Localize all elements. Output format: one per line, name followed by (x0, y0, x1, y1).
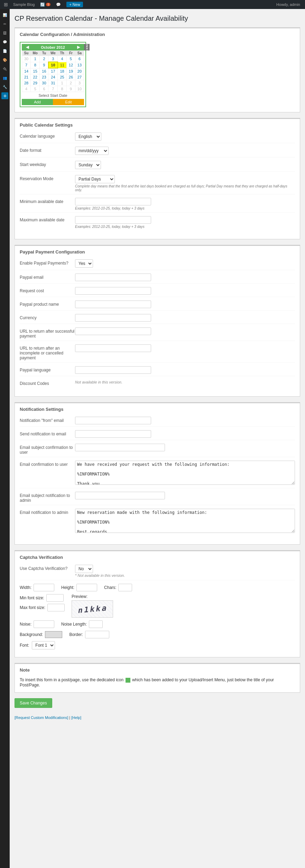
calendar-day[interactable]: 1 (58, 80, 67, 86)
sidebar-appearance-icon[interactable]: 🎨 (1, 56, 8, 63)
captcha-background-swatch[interactable] (45, 631, 62, 638)
return-url-control: http://codepeople:8080/ (75, 327, 295, 335)
calendar-day[interactable]: 26 (66, 74, 75, 80)
calendar-day[interactable]: 20 (75, 68, 84, 74)
captcha-noise-input[interactable]: 200 (34, 620, 54, 628)
calendar-day[interactable]: 10 (48, 62, 58, 68)
calendar-day[interactable]: 13 (75, 62, 84, 68)
min-date-input[interactable]: today (75, 198, 151, 205)
comments-link[interactable]: 💬 (54, 0, 63, 9)
captcha-min-font-input[interactable]: 25 (46, 594, 64, 602)
cancel-url-input[interactable]: http://codepeople:8080/ (75, 344, 151, 352)
calendar-day[interactable]: 3 (75, 80, 84, 86)
currency-input[interactable]: USD (75, 314, 151, 322)
calendar-day[interactable]: 7 (22, 62, 31, 68)
calendar-prev-btn[interactable]: ◀ (24, 45, 31, 49)
captcha-use-select[interactable]: No Yes (75, 565, 93, 573)
save-changes-button[interactable]: Save Changes (15, 698, 52, 708)
captcha-chars-input[interactable]: 5 (118, 584, 132, 591)
calendar-day[interactable]: 6 (75, 56, 84, 62)
confirm-body-textarea[interactable]: We have received your request with the f… (75, 461, 295, 485)
sidebar-plugins-icon[interactable]: 🔌 (1, 65, 8, 72)
paypal-email-input[interactable]: put_your@email_here.com (75, 274, 151, 281)
reservation-mode-select[interactable]: Partial Days Complete Days (75, 175, 115, 183)
sidebar-media-icon[interactable]: 🖼 (1, 29, 8, 36)
from-email-input[interactable]: put_your@email_here.com (75, 417, 151, 424)
calendar-day[interactable]: 8 (31, 62, 40, 68)
calendar-day[interactable]: 21 (22, 74, 31, 80)
sidebar-comments-icon[interactable]: 💬 (1, 38, 8, 45)
captcha-width-input[interactable]: 180 (34, 584, 54, 591)
admin-subject-input[interactable]: New reservation requested... (75, 492, 165, 499)
calendar-day[interactable]: 5 (66, 56, 75, 62)
sidebar-settings-icon[interactable]: ⚙ (1, 92, 8, 99)
calendar-day[interactable]: 9 (66, 86, 75, 92)
language-select[interactable]: English Spanish French (75, 132, 101, 141)
captcha-height-input[interactable]: 60 (76, 584, 97, 591)
calendar-day[interactable]: 1 (31, 56, 40, 62)
calendar-day[interactable]: 12 (66, 62, 75, 68)
calendar-day[interactable]: 15 (31, 68, 40, 74)
howdy-text: Howdy, admin (274, 2, 303, 7)
return-url-input[interactable]: http://codepeople:8080/ (75, 327, 151, 335)
calendar-day[interactable]: 25 (58, 74, 67, 80)
captcha-noise-length-input[interactable]: 4 (89, 620, 103, 628)
calendar-day[interactable]: 4 (58, 56, 67, 62)
sidebar-tools-icon[interactable]: 🔧 (1, 83, 8, 90)
to-email-input[interactable]: put_your@email_here.com (75, 430, 151, 438)
calendar-day[interactable]: 2 (66, 80, 75, 86)
sidebar-pages-icon[interactable]: 📄 (1, 47, 8, 54)
max-date-input[interactable] (75, 216, 151, 224)
captcha-font-select[interactable]: Font 1 Font 2 Font 3 (32, 641, 55, 649)
request-modifications-link[interactable]: [Request Custom Modifications] (15, 715, 68, 720)
calendar-edit-btn[interactable]: Edit (53, 99, 84, 105)
calendar-day[interactable]: 16 (40, 68, 48, 74)
updates-link[interactable]: 🔄 5 (38, 0, 53, 9)
captcha-width-label: Width: (20, 585, 31, 590)
subject-confirm-input[interactable]: Thank you for your request... (75, 444, 165, 451)
product-name-input[interactable]: Reservation (75, 301, 151, 308)
calendar-day[interactable]: 10 (75, 86, 84, 92)
calendar-day[interactable]: 11 (58, 62, 67, 68)
sidebar-users-icon[interactable]: 👥 (1, 74, 8, 81)
paypal-enable-select[interactable]: Yes No (75, 259, 93, 268)
calendar-day[interactable]: 30 (40, 80, 48, 86)
calendar-day[interactable]: 27 (75, 74, 84, 80)
calendar-day[interactable]: 18 (58, 68, 67, 74)
new-content-button[interactable]: + New (64, 0, 85, 9)
date-format-select[interactable]: mm/dd/yyy dd/mm/yyyy (75, 147, 109, 155)
captcha-border-input[interactable]: 000000 (85, 631, 109, 638)
calendar-day[interactable]: 29 (31, 80, 40, 86)
admin-body-textarea[interactable]: New reservation made with the following … (75, 509, 295, 533)
calendar-day[interactable]: 23 (40, 74, 48, 80)
calendar-day[interactable]: 19 (66, 68, 75, 74)
calendar-day[interactable]: 22 (31, 74, 40, 80)
site-name-link[interactable]: Sample Blog (11, 0, 37, 9)
request-cost-input[interactable]: 25 (75, 287, 151, 295)
calendar-day[interactable]: 2 (40, 56, 48, 62)
calendar-day[interactable]: 4 (22, 86, 31, 92)
calendar-add-btn[interactable]: Add (22, 99, 53, 105)
calendar-day[interactable]: 3 (48, 56, 58, 62)
sidebar-dashboard-icon[interactable]: 📊 (1, 11, 8, 18)
weekday-select[interactable]: Sunday Monday (75, 161, 101, 169)
calendar-day[interactable]: 6 (40, 86, 48, 92)
captcha-max-font-input[interactable]: 35 (47, 604, 65, 611)
footer-links: [Request Custom Modifications] | [Help] (15, 714, 300, 721)
calendar-day[interactable]: 8 (58, 86, 67, 92)
wp-logo[interactable]: ⊞ (2, 1, 10, 8)
calendar-day[interactable]: 30 (22, 56, 31, 62)
sidebar-posts-icon[interactable]: ✏ (1, 20, 8, 27)
calendar-next-btn[interactable]: ▶ (75, 45, 82, 49)
calendar-day[interactable]: 5 (31, 86, 40, 92)
calendar-day[interactable]: 31 (48, 80, 58, 86)
paypal-lang-input[interactable]: EN (75, 366, 151, 374)
calendar-day[interactable]: 28 (22, 80, 31, 86)
calendar-day[interactable]: 7 (48, 86, 58, 92)
help-link[interactable]: [Help] (71, 715, 81, 720)
calendar-day[interactable]: 14 (22, 68, 31, 74)
calendar-day[interactable]: 24 (48, 74, 58, 80)
weekday-row: Start weekday Sunday Monday (20, 161, 295, 172)
calendar-day[interactable]: 17 (48, 68, 58, 74)
calendar-day[interactable]: 9 (40, 62, 48, 68)
